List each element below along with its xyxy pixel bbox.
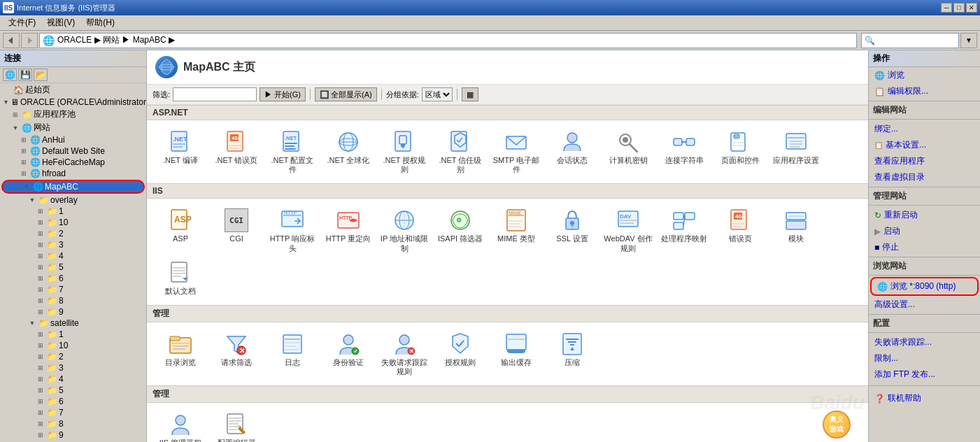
icon-default-doc[interactable]: 默认文档 bbox=[152, 257, 208, 299]
icon-smtp[interactable]: SMTP 电子邮件 bbox=[488, 126, 544, 178]
action-stop[interactable]: ■ 停止 bbox=[869, 239, 980, 255]
icon-webdav[interactable]: DAV WebDAV 创作规则 bbox=[600, 204, 656, 256]
icon-app-settings[interactable]: 应用程序设置 bbox=[768, 126, 824, 178]
icon-http-response[interactable]: HTTP HTTP 响应标头 bbox=[264, 204, 320, 256]
action-advanced[interactable]: 高级设置... bbox=[869, 297, 980, 313]
icon-handler[interactable]: 处理程序映射 bbox=[656, 204, 712, 256]
start-btn[interactable]: ▶ 开始(G) bbox=[260, 87, 306, 101]
tree-item-hfroad[interactable]: ⊞ 🌐 hfroad bbox=[0, 168, 146, 179]
icon-log[interactable]: 日志 bbox=[264, 328, 320, 380]
close-btn[interactable]: ✕ bbox=[966, 3, 977, 13]
action-fail-trace[interactable]: 失败请求跟踪... bbox=[869, 334, 980, 350]
minimize-btn[interactable]: ─ bbox=[941, 3, 952, 13]
icon-net-global[interactable]: .NET 全球化 bbox=[320, 126, 376, 178]
tree-item-s6[interactable]: ⊞📁6 bbox=[0, 396, 146, 407]
tree-item-o9[interactable]: ⊞📁9 bbox=[0, 306, 146, 318]
window-controls[interactable]: ─ □ ✕ bbox=[941, 3, 977, 13]
tree-item-s7[interactable]: ⊞📁7 bbox=[0, 407, 146, 418]
tree-item-o2[interactable]: ⊞📁2 bbox=[0, 228, 146, 239]
filter-input[interactable] bbox=[173, 87, 257, 101]
tree-item-start[interactable]: 🏠 起始页 bbox=[0, 83, 146, 97]
action-restart[interactable]: ↻ 重新启动 bbox=[869, 207, 980, 223]
icon-error-page[interactable]: 404 错误页 bbox=[712, 204, 768, 256]
icon-modules[interactable]: 模块 bbox=[768, 204, 824, 256]
tree-item-o6[interactable]: ⊞📁6 bbox=[0, 273, 146, 284]
action-browse[interactable]: 🌐 浏览 bbox=[869, 67, 980, 83]
tree-item-oracle[interactable]: ▼ 🖥 ORACLE (ORACLE\Administrator) bbox=[0, 97, 146, 108]
action-view-vdir[interactable]: 查看虚拟目录 bbox=[869, 169, 980, 185]
tree-item-mapabc[interactable]: ▼ 🌐 MapABC bbox=[1, 180, 145, 194]
tree-item-anhui[interactable]: ⊞ 🌐 AnHui bbox=[0, 134, 146, 145]
icon-iis-perm[interactable]: IIS 管理器权限 bbox=[152, 408, 208, 442]
maximize-btn[interactable]: □ bbox=[953, 3, 965, 13]
icon-net-errorpage[interactable]: 404 .NET 错误页 bbox=[208, 126, 264, 178]
action-online-help[interactable]: ❓ 联机帮助 bbox=[869, 390, 980, 406]
icon-identity[interactable]: ✓ 身份验证 bbox=[320, 328, 376, 380]
tree-item-o5[interactable]: ⊞📁5 bbox=[0, 262, 146, 273]
tree-item-sites[interactable]: ▼ 🌐 网站 bbox=[0, 121, 146, 134]
tree-item-s5[interactable]: ⊞📁5 bbox=[0, 385, 146, 396]
icon-cgi[interactable]: CGI CGI bbox=[208, 204, 264, 256]
icon-asp[interactable]: ASP ASP bbox=[152, 204, 208, 256]
tree-item-apppools[interactable]: ⊞ 📁 应用程序池 bbox=[0, 108, 146, 121]
icon-ip-domain[interactable]: IP 地址和域限制 bbox=[376, 204, 432, 256]
icon-net-auth[interactable]: .NET 授权规则 bbox=[376, 126, 432, 178]
action-bind[interactable]: 绑定... bbox=[869, 121, 980, 137]
forward-button[interactable] bbox=[21, 33, 38, 48]
menu-help[interactable]: 帮助(H) bbox=[80, 15, 120, 30]
tree-item-satellite[interactable]: ▼ 📁 satellite bbox=[0, 318, 146, 329]
tree-item-o3[interactable]: ⊞📁3 bbox=[0, 239, 146, 250]
action-browse-8090[interactable]: 🌐 浏览 *:8090 (http) bbox=[870, 277, 979, 296]
tree-item-o8[interactable]: ⊞📁8 bbox=[0, 295, 146, 306]
icon-pages[interactable]: ab 页面和控件 bbox=[712, 126, 768, 178]
menu-view[interactable]: 视图(V) bbox=[41, 15, 80, 30]
tree-item-s10[interactable]: ⊞📁10 bbox=[0, 340, 146, 351]
icon-machine-key[interactable]: 计算机密钥 bbox=[600, 126, 656, 178]
icon-net-config[interactable]: .NET .NET 配置文件 bbox=[264, 126, 320, 178]
icon-compress[interactable]: 压缩 bbox=[544, 328, 600, 380]
tree-item-s4[interactable]: ⊞📁4 bbox=[0, 373, 146, 385]
tree-item-hefei[interactable]: ⊞ 🌐 HeFeiCacheMap bbox=[0, 157, 146, 168]
icon-isapi[interactable]: ⚙ ISAPI 筛选器 bbox=[432, 204, 488, 256]
icon-conn-str[interactable]: 连接字符串 bbox=[656, 126, 712, 178]
back-button[interactable] bbox=[3, 33, 20, 48]
icon-session[interactable]: 会话状态 bbox=[544, 126, 600, 178]
tree-item-o4[interactable]: ⊞📁4 bbox=[0, 250, 146, 262]
tree-item-s8[interactable]: ⊞📁8 bbox=[0, 418, 146, 429]
connect-btn-1[interactable]: 🌐 bbox=[3, 69, 17, 81]
icon-dir-browse[interactable]: 目录浏览 bbox=[152, 328, 208, 380]
menu-file[interactable]: 文件(F) bbox=[3, 15, 41, 30]
action-start[interactable]: ▶ 启动 bbox=[869, 223, 980, 239]
tree-item-o7[interactable]: ⊞📁7 bbox=[0, 284, 146, 295]
icon-fail-trace[interactable]: ✕ 失败请求跟踪规则 bbox=[376, 328, 432, 380]
search-button[interactable]: ▼ bbox=[960, 33, 977, 48]
icon-http-redirect[interactable]: HTTP HTTP 重定向 bbox=[320, 204, 376, 256]
action-limit[interactable]: 限制... bbox=[869, 350, 980, 366]
action-basic-settings[interactable]: 📋 基本设置... bbox=[869, 137, 980, 153]
icon-req-filter[interactable]: ✕ 请求筛选 bbox=[208, 328, 264, 380]
view-toggle-btn[interactable]: ▦ bbox=[462, 87, 478, 101]
tree-item-o10[interactable]: ⊞📁10 bbox=[0, 217, 146, 228]
showall-btn[interactable]: 🔲 全部显示(A) bbox=[315, 87, 377, 101]
icon-ssl[interactable]: SSL 设置 bbox=[544, 204, 600, 256]
tree-item-s1[interactable]: ⊞📁1 bbox=[0, 329, 146, 340]
icon-config-editor[interactable]: 配置编辑器 bbox=[208, 408, 264, 442]
action-edit-perms[interactable]: 📋 编辑权限... bbox=[869, 83, 980, 99]
tree-item-default[interactable]: ⊞ 🌐 Default Web Site bbox=[0, 145, 146, 157]
tree-item-s3[interactable]: ⊞📁3 bbox=[0, 362, 146, 373]
icon-authz[interactable]: 授权规则 bbox=[432, 328, 488, 380]
action-add-ftp[interactable]: 添加 FTP 发布... bbox=[869, 366, 980, 383]
tree-item-o1[interactable]: ⊞📁1 bbox=[0, 206, 146, 217]
icon-mime[interactable]: MIME MIME 类型 bbox=[488, 204, 544, 256]
tree-item-s2[interactable]: ⊞📁2 bbox=[0, 351, 146, 362]
connect-btn-3[interactable]: 📂 bbox=[34, 69, 48, 81]
icon-output-cache[interactable]: 输出缓存 bbox=[488, 328, 544, 380]
group-select[interactable]: 区域 bbox=[422, 87, 453, 101]
icon-net-trust[interactable]: .NET 信任级别 bbox=[432, 126, 488, 178]
connect-btn-2[interactable]: 💾 bbox=[18, 69, 32, 81]
action-view-app[interactable]: 查看应用程序 bbox=[869, 153, 980, 169]
tree-item-overlay[interactable]: ▼ 📁 overlay bbox=[0, 194, 146, 206]
icon-net-compile[interactable]: .NET .NET 编译 bbox=[152, 126, 208, 178]
tree-item-s9[interactable]: ⊞📁9 bbox=[0, 429, 146, 441]
address-bar[interactable]: 🌐 ORACLE ▶ 网站 ▶ MapABC ▶ bbox=[39, 33, 857, 48]
